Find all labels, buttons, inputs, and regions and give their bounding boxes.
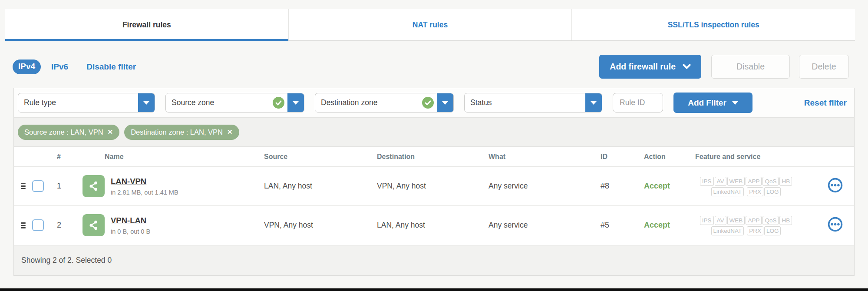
rule-source: VPN, Any host bbox=[244, 206, 357, 245]
status-select-value: Status bbox=[465, 98, 585, 107]
reset-filter-link[interactable]: Reset filter bbox=[804, 98, 848, 108]
drag-cell bbox=[14, 206, 32, 245]
header-checkbox bbox=[32, 147, 53, 167]
row-more-actions-icon[interactable] bbox=[827, 177, 843, 193]
tab-nat-rules-label: NAT rules bbox=[413, 20, 448, 30]
header-what: What bbox=[469, 147, 578, 167]
rule-id-input[interactable] bbox=[613, 93, 663, 112]
remove-filter-icon[interactable]: ✕ bbox=[108, 128, 113, 136]
table-header-row: # Name Source Destination What ID Action… bbox=[14, 147, 854, 167]
disable-filter-link[interactable]: Disable filter bbox=[86, 62, 136, 72]
ipv4-toggle[interactable]: IPv4 bbox=[13, 60, 41, 74]
rule-number: 1 bbox=[53, 167, 76, 206]
feature-service-cell: IPSAVWEBAPPQoSHB LinkedNAT PRXLOG bbox=[676, 167, 816, 206]
feature-badge: HB bbox=[779, 177, 792, 186]
remove-filter-icon[interactable]: ✕ bbox=[227, 128, 233, 136]
delete-button[interactable]: Delete bbox=[799, 55, 849, 79]
rule-type-dropdown-button[interactable] bbox=[138, 93, 155, 112]
rule-source: LAN, Any host bbox=[244, 167, 357, 206]
rule-type-select-value: Rule type bbox=[18, 98, 138, 107]
rule-number: 2 bbox=[53, 206, 76, 245]
header-feature-service: Feature and service bbox=[676, 147, 816, 167]
source-zone-dropdown-button[interactable] bbox=[287, 93, 304, 112]
disable-button[interactable]: Disable bbox=[711, 55, 790, 79]
rule-action-status: Accept bbox=[611, 167, 676, 206]
feature-badge: LOG bbox=[764, 226, 781, 235]
table-row: 1 LAN-VPN bbox=[14, 167, 854, 206]
row-checkbox[interactable] bbox=[32, 219, 44, 231]
feature-badge: QoS bbox=[762, 216, 779, 225]
chevron-down-icon bbox=[683, 64, 691, 69]
tab-ssl-tls-inspection-rules[interactable]: SSL/TLS inspection rules bbox=[571, 9, 855, 40]
add-firewall-rule-button[interactable]: Add firewall rule bbox=[599, 55, 701, 79]
destination-zone-select[interactable]: Destination zone bbox=[315, 93, 454, 112]
feature-badge: PRX bbox=[747, 187, 763, 196]
header-menu bbox=[816, 147, 854, 167]
feature-service-cell: IPSAVWEBAPPQoSHB LinkedNAT PRXLOG bbox=[676, 206, 816, 245]
rule-type-share-icon[interactable] bbox=[83, 214, 105, 236]
caret-down-icon bbox=[442, 101, 448, 105]
feature-badge: WEB bbox=[727, 177, 745, 186]
feature-badge: LOG bbox=[764, 187, 781, 196]
rule-type-share-icon[interactable] bbox=[83, 175, 105, 197]
destination-zone-dropdown-button[interactable] bbox=[437, 93, 453, 112]
tab-ssl-tls-label: SSL/TLS inspection rules bbox=[668, 20, 759, 30]
filter-applied-check-icon bbox=[422, 97, 434, 109]
rule-what: Any service bbox=[469, 206, 578, 245]
header-name: Name bbox=[76, 147, 244, 167]
table-row: 2 VPN-LAN bbox=[14, 206, 854, 245]
table-footer: Showing 2 of 2. Selected 0 bbox=[14, 245, 854, 275]
filter-chip-source-zone-label: Source zone : LAN, VPN bbox=[24, 128, 103, 136]
checkbox-cell bbox=[32, 167, 53, 206]
filter-chip-destination-zone: Destination zone : LAN, VPN ✕ bbox=[124, 125, 239, 140]
rule-type-select[interactable]: Rule type bbox=[18, 93, 155, 112]
add-filter-label: Add Filter bbox=[688, 98, 726, 108]
caret-down-icon bbox=[591, 101, 597, 105]
name-cell: LAN-VPN in 2.81 MB, out 1.41 MB bbox=[76, 167, 244, 206]
feature-badges: IPSAVWEBAPPQoSHB LinkedNAT PRXLOG bbox=[676, 215, 816, 236]
active-tab-underline bbox=[5, 39, 288, 41]
rule-name-link[interactable]: VPN-LAN bbox=[111, 216, 146, 225]
table-footer-summary: Showing 2 of 2. Selected 0 bbox=[21, 256, 112, 265]
drag-cell bbox=[14, 167, 32, 206]
drag-handle-icon[interactable] bbox=[21, 222, 26, 228]
rule-id: #8 bbox=[578, 167, 611, 206]
checkbox-cell bbox=[32, 206, 53, 245]
tab-firewall-rules-label: Firewall rules bbox=[122, 20, 171, 30]
filter-chip-destination-zone-label: Destination zone : LAN, VPN bbox=[131, 128, 223, 136]
row-menu-cell bbox=[816, 167, 854, 206]
feature-badge: IPS bbox=[700, 216, 714, 225]
caret-down-icon bbox=[732, 101, 738, 105]
drag-handle-icon[interactable] bbox=[21, 183, 26, 189]
row-checkbox[interactable] bbox=[32, 180, 44, 192]
feature-badge: IPS bbox=[700, 177, 714, 186]
rule-traffic-stats: in 2.81 MB, out 1.41 MB bbox=[111, 189, 178, 196]
tab-firewall-rules[interactable]: Firewall rules bbox=[5, 9, 288, 40]
rules-tabbar: Firewall rules NAT rules SSL/TLS inspect… bbox=[5, 9, 855, 41]
add-filter-button[interactable]: Add Filter bbox=[673, 93, 752, 113]
status-select[interactable]: Status bbox=[464, 93, 602, 112]
feature-badge: AV bbox=[715, 177, 726, 186]
feature-badges: IPSAVWEBAPPQoSHB LinkedNAT PRXLOG bbox=[676, 176, 816, 197]
add-firewall-rule-label: Add firewall rule bbox=[610, 62, 676, 72]
header-action: Action bbox=[611, 147, 676, 167]
status-dropdown-button[interactable] bbox=[585, 93, 602, 112]
rule-name-link[interactable]: LAN-VPN bbox=[111, 177, 146, 186]
header-destination: Destination bbox=[357, 147, 469, 167]
ipv6-toggle[interactable]: IPv6 bbox=[51, 62, 68, 72]
tab-nat-rules[interactable]: NAT rules bbox=[288, 9, 572, 40]
feature-badge: AV bbox=[715, 216, 726, 225]
feature-badge: LinkedNAT bbox=[711, 226, 744, 235]
feature-badge: QoS bbox=[762, 177, 779, 186]
rule-action-status: Accept bbox=[611, 206, 676, 245]
caret-down-icon bbox=[143, 101, 149, 105]
name-cell: VPN-LAN in 0 B, out 0 B bbox=[76, 206, 244, 245]
source-zone-select-value: Source zone bbox=[166, 98, 273, 107]
header-source: Source bbox=[244, 147, 357, 167]
filter-row: Rule type Source zone Destination zone S… bbox=[14, 88, 854, 117]
header-drag bbox=[14, 147, 32, 167]
rule-what: Any service bbox=[469, 167, 578, 206]
row-more-actions-icon[interactable] bbox=[827, 216, 843, 232]
feature-badge: PRX bbox=[747, 226, 763, 235]
source-zone-select[interactable]: Source zone bbox=[165, 93, 304, 112]
